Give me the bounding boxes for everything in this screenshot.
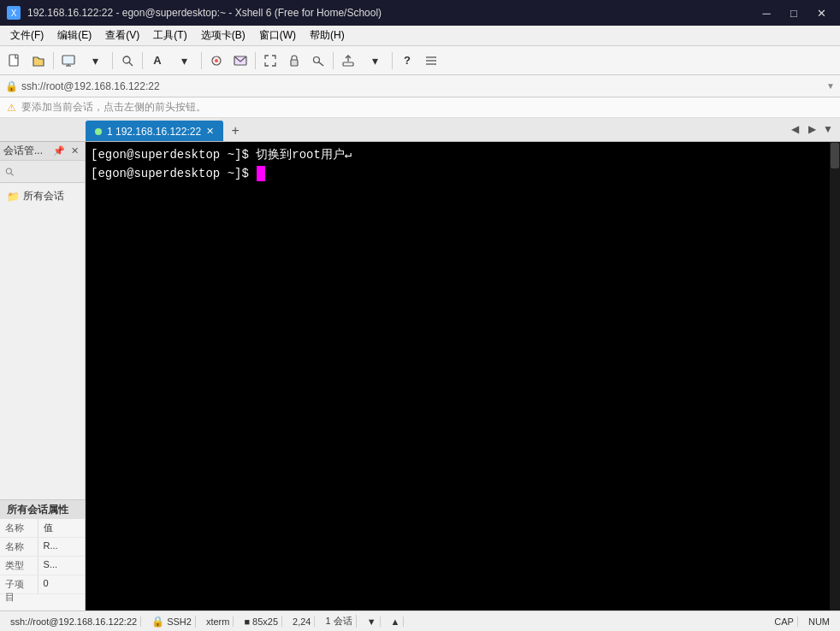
status-cap-label: CAP [774, 616, 794, 627]
toolbar: ▾ A ▾ [0, 46, 840, 75]
status-dimensions: ■ 85x25 [240, 616, 282, 627]
terminal-prompt-2: [egon@superdesktop ~]$ [91, 164, 256, 183]
status-ssh-icon: 🔒 [151, 616, 164, 628]
title-bar-left: X 192.168.16.122:22 - egon@superdesktop:… [7, 6, 382, 20]
toolbar-send-button[interactable] [229, 50, 251, 72]
toolbar-sep-5 [255, 52, 256, 69]
toolbar-sep-4 [201, 52, 202, 69]
toolbar-sep-7 [392, 52, 393, 69]
status-num-label: NUM [808, 616, 830, 627]
svg-line-5 [129, 62, 133, 66]
toolbar-more-button[interactable] [420, 50, 442, 72]
sidebar-header-buttons: 📌 ✕ [52, 144, 81, 158]
terminal-command-1: 切换到root用户↵ [256, 145, 352, 164]
status-ssh: 🔒 SSH2 [148, 616, 196, 628]
main-content: 会话管... 📌 ✕ 📁 所有会话 所有会话属性 名称 [0, 142, 840, 610]
address-dropdown-icon[interactable]: ▼ [826, 81, 835, 91]
terminal-panel[interactable]: [egon@superdesktop ~]$ 切换到root用户↵ [egon@… [86, 142, 840, 610]
status-sessions: 1 会话 [322, 615, 356, 628]
session-props-title: 所有会话属性 [0, 500, 85, 519]
prop-name-3: 子项目 [0, 575, 38, 593]
prop-row-2: 类型 S... [0, 557, 85, 575]
toolbar-font-dropdown[interactable]: ▾ [170, 50, 198, 72]
folder-icon: 📁 [7, 191, 20, 203]
menu-help[interactable]: 帮助(H) [303, 27, 352, 44]
toolbar-session-button[interactable] [57, 50, 80, 72]
app-icon: X [7, 6, 21, 20]
notice-icon: ⚠ [7, 102, 16, 114]
sidebar-panel: 会话管... 📌 ✕ 📁 所有会话 所有会话属性 名称 [0, 142, 86, 610]
window-title: 192.168.16.122:22 - egon@superdesktop:~ … [27, 7, 382, 19]
toolbar-find-button[interactable] [116, 50, 139, 72]
prop-value-1: R... [38, 538, 85, 556]
tab-close-icon[interactable]: ✕ [206, 126, 214, 137]
minimize-button[interactable]: ─ [754, 3, 778, 22]
active-tab[interactable]: 1 192.168.16.122:22 ✕ [86, 121, 223, 141]
svg-rect-1 [62, 56, 74, 64]
toolbar-lock-button[interactable] [283, 50, 305, 72]
session-props-table: 名称 值 名称 R... 类型 S... 子项目 0 [0, 519, 85, 594]
search-icon [5, 167, 15, 177]
status-dimensions-text: ■ [244, 616, 250, 627]
tab-bar: 1 192.168.16.122:22 ✕ + ◀ ▶ ▼ [0, 118, 840, 142]
status-pos-value: 2,24 [293, 616, 311, 627]
terminal-line-1: [egon@superdesktop ~]$ 切换到root用户↵ [91, 145, 835, 164]
sidebar-header: 会话管... 📌 ✕ [0, 142, 85, 161]
sidebar-tree: 📁 所有会话 [0, 183, 85, 499]
sidebar-item-all-sessions[interactable]: 📁 所有会话 [0, 186, 85, 206]
tab-bar-menu-icon[interactable]: ▼ [823, 123, 833, 135]
menu-bar: 文件(F) 编辑(E) 查看(V) 工具(T) 选项卡(B) 窗口(W) 帮助(… [0, 26, 840, 46]
status-address-text: ssh://root@192.168.16.122:22 [10, 616, 137, 627]
svg-rect-12 [343, 62, 353, 66]
menu-tab[interactable]: 选项卡(B) [194, 27, 252, 44]
toolbar-fullscreen-button[interactable] [259, 50, 281, 72]
svg-point-7 [215, 59, 218, 62]
sidebar-pin-button[interactable]: 📌 [52, 144, 66, 158]
toolbar-upload-dropdown[interactable]: ▾ [361, 50, 388, 72]
prop-header-name: 名称 [0, 519, 38, 537]
sidebar-search-input[interactable] [15, 167, 80, 177]
terminal-cursor [257, 166, 265, 181]
terminal-line-2: [egon@superdesktop ~]$ [91, 164, 835, 183]
close-button[interactable]: ✕ [809, 3, 833, 22]
status-nav-up[interactable]: ▲ [387, 616, 405, 627]
status-nav-down[interactable]: ▼ [364, 616, 381, 627]
toolbar-sep-1 [53, 52, 54, 69]
status-term: xterm [203, 616, 234, 627]
menu-window[interactable]: 窗口(W) [252, 27, 303, 44]
toolbar-key-button[interactable] [307, 50, 329, 72]
toolbar-sep-2 [112, 52, 113, 69]
title-bar: X 192.168.16.122:22 - egon@superdesktop:… [0, 0, 840, 26]
toolbar-upload-button[interactable] [337, 50, 359, 72]
status-term-type: xterm [206, 616, 230, 627]
svg-line-11 [319, 62, 324, 66]
nav-down-icon[interactable]: ▼ [367, 616, 376, 627]
toolbar-open-button[interactable] [27, 50, 50, 72]
menu-view[interactable]: 查看(V) [98, 27, 146, 44]
terminal-scroll-thumb[interactable] [831, 143, 839, 168]
tab-add-button[interactable]: + [225, 121, 245, 141]
status-sessions-value: 1 会话 [325, 615, 352, 628]
toolbar-sep-3 [142, 52, 143, 69]
prop-header-value: 值 [38, 519, 85, 537]
prop-value-2: S... [38, 557, 85, 575]
tab-nav-left-icon[interactable]: ◀ [791, 123, 799, 135]
menu-tools[interactable]: 工具(T) [146, 27, 193, 44]
tab-nav-right-icon[interactable]: ▶ [808, 123, 816, 135]
tab-status-dot [95, 128, 102, 135]
terminal-scrollbar[interactable] [830, 142, 840, 610]
toolbar-font-button[interactable]: A [146, 50, 169, 72]
nav-up-icon[interactable]: ▲ [391, 616, 400, 627]
maximize-button[interactable]: □ [782, 3, 806, 22]
menu-file[interactable]: 文件(F) [3, 27, 50, 44]
toolbar-new-button[interactable] [3, 50, 26, 72]
status-bar: ssh://root@192.168.16.122:22 🔒 SSH2 xter… [0, 610, 840, 631]
toolbar-session-dropdown[interactable]: ▾ [81, 50, 109, 72]
session-properties-panel: 所有会话属性 名称 值 名称 R... 类型 S... 子项目 0 [0, 499, 85, 610]
address-lock-icon: 🔒 [5, 80, 18, 92]
toolbar-help-button[interactable]: ? [396, 50, 418, 72]
menu-edit[interactable]: 编辑(E) [50, 27, 98, 44]
toolbar-record-button[interactable] [205, 50, 228, 72]
notice-text: 要添加当前会话，点击左侧的前头按钮。 [21, 100, 206, 115]
sidebar-close-button[interactable]: ✕ [68, 144, 81, 158]
